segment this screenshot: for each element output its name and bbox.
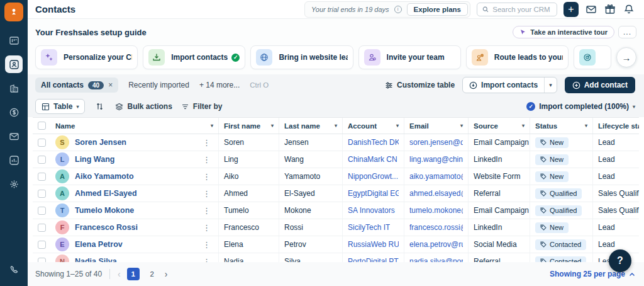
search-box[interactable]: [477, 3, 557, 16]
sidebar-item-contacts[interactable]: [5, 55, 23, 73]
sidebar-item-deals[interactable]: [5, 103, 23, 121]
account-link[interactable]: RussiaWeb RU: [348, 240, 399, 249]
sidebar-item-email[interactable]: [5, 127, 23, 145]
prev-page-icon[interactable]: ‹: [118, 270, 121, 278]
contact-name-link[interactable]: Francesco Rossi: [75, 223, 138, 232]
row-checkbox[interactable]: [38, 139, 46, 147]
tab-recently-imported[interactable]: Recently imported: [128, 81, 189, 89]
email-link[interactable]: tumelo.mokone@...: [409, 206, 463, 215]
select-all-checkbox[interactable]: [38, 122, 46, 130]
sidebar-item-dashboard[interactable]: [5, 31, 23, 49]
account-link[interactable]: NipponGrowt...: [348, 172, 398, 181]
info-icon[interactable]: i: [394, 6, 402, 13]
column-dropdown-icon[interactable]: ▾: [335, 123, 337, 129]
email-link[interactable]: ling.wang@china...: [409, 155, 463, 164]
column-dropdown-icon[interactable]: ▾: [522, 123, 525, 129]
row-menu-icon[interactable]: ⋮: [200, 138, 213, 147]
filter-by-button[interactable]: Filter by: [181, 102, 223, 111]
search-input[interactable]: [492, 6, 552, 13]
tab-more-views[interactable]: + 14 more...: [199, 81, 240, 89]
column-header-last-name[interactable]: Last name▾: [279, 118, 343, 134]
column-header-email[interactable]: Email▾: [404, 118, 469, 134]
add-contact-button[interactable]: Add contact: [565, 77, 635, 93]
row-menu-icon[interactable]: ⋮: [200, 189, 213, 198]
row-checkbox[interactable]: [38, 190, 46, 198]
row-checkbox[interactable]: [38, 258, 46, 263]
account-link[interactable]: SicilyTech IT: [348, 223, 390, 232]
setup-more-button[interactable]: ...: [618, 26, 636, 38]
row-checkbox[interactable]: [38, 173, 46, 181]
account-link[interactable]: PortoDigital PT: [348, 257, 399, 262]
sidebar-item-accounts[interactable]: [5, 79, 23, 97]
import-dropdown-caret[interactable]: ▾: [544, 77, 557, 93]
setup-card-route-leads[interactable]: Route leads to your team: [466, 45, 569, 69]
column-header-name[interactable]: Name▾: [50, 118, 219, 134]
email-link[interactable]: soren.jensen@dan...: [409, 138, 463, 147]
setup-card-import[interactable]: Import contacts ✓: [143, 45, 245, 69]
account-link[interactable]: DanishTech DK: [348, 138, 399, 147]
column-header-account[interactable]: Account▾: [343, 118, 404, 134]
help-button[interactable]: ?: [609, 249, 631, 272]
column-header-first-name[interactable]: First name▾: [219, 118, 279, 134]
import-contacts-button[interactable]: Import contacts: [463, 77, 544, 93]
setup-card-personalize[interactable]: Personalize your CRM: [35, 45, 138, 69]
gift-icon[interactable]: [604, 3, 616, 16]
column-dropdown-icon[interactable]: ▾: [271, 123, 274, 129]
row-menu-icon[interactable]: ⋮: [200, 206, 213, 215]
row-checkbox[interactable]: [38, 156, 46, 164]
row-menu-icon[interactable]: ⋮: [200, 223, 213, 232]
email-link[interactable]: aiko.yamamoto@...: [409, 172, 463, 181]
contact-name-link[interactable]: Ahmed El-Sayed: [75, 189, 137, 198]
row-menu-icon[interactable]: ⋮: [200, 172, 213, 181]
email-link[interactable]: ahmed.elsayed@e...: [409, 189, 463, 198]
quick-add-button[interactable]: +: [564, 2, 579, 17]
page-button-2[interactable]: 2: [146, 268, 158, 280]
sidebar-item-analytics[interactable]: [5, 151, 23, 169]
bell-icon[interactable]: [623, 3, 635, 16]
setup-next-arrow-button[interactable]: →: [616, 47, 636, 67]
page-button-1[interactable]: 1: [127, 268, 140, 280]
interactive-tour-button[interactable]: Take an interactive tour: [513, 26, 614, 38]
contact-name-link[interactable]: Aiko Yamamoto: [75, 172, 134, 181]
row-checkbox[interactable]: [38, 207, 46, 215]
sort-icon[interactable]: [94, 100, 106, 113]
email-icon[interactable]: [585, 3, 597, 16]
tab-all-contacts[interactable]: All contacts 40 ×: [35, 77, 118, 93]
column-header-source[interactable]: Source▾: [469, 118, 530, 134]
next-page-icon[interactable]: ›: [165, 270, 168, 278]
setup-card-invite-team[interactable]: Invite your team: [358, 45, 461, 69]
account-link[interactable]: SA Innovators: [348, 206, 395, 215]
contact-name-link[interactable]: Ling Wang: [75, 155, 114, 164]
column-dropdown-icon[interactable]: ▾: [460, 123, 463, 129]
sidebar-item-settings[interactable]: [5, 175, 23, 193]
customize-table-button[interactable]: Customize table: [385, 81, 455, 89]
row-checkbox[interactable]: [38, 241, 46, 249]
close-tab-icon[interactable]: ×: [108, 81, 113, 89]
sidebar-item-phone[interactable]: [5, 261, 23, 278]
email-link[interactable]: francesco.rossi@si...: [409, 223, 463, 232]
column-dropdown-icon[interactable]: ▾: [585, 123, 587, 129]
email-link[interactable]: elena.petrov@russ...: [409, 240, 463, 249]
setup-card-website-leads[interactable]: Bring in website leads: [250, 45, 353, 69]
column-header-status[interactable]: Status▾: [530, 118, 593, 134]
bulk-actions-button[interactable]: Bulk actions: [115, 102, 172, 111]
account-link[interactable]: EgyptDigital EG: [348, 189, 399, 198]
column-dropdown-icon[interactable]: ▾: [396, 123, 399, 129]
account-link[interactable]: ChinaMark CN: [348, 155, 397, 164]
column-dropdown-icon[interactable]: ▾: [211, 123, 213, 129]
contact-name-link[interactable]: Elena Petrov: [75, 240, 123, 249]
explore-plans-button[interactable]: Explore plans: [407, 3, 468, 16]
freshsales-logo-icon[interactable]: [4, 3, 23, 21]
row-checkbox[interactable]: [38, 224, 46, 232]
row-menu-icon[interactable]: ⋮: [200, 240, 213, 249]
setup-card-target[interactable]: [574, 45, 611, 69]
view-selector-button[interactable]: Table ▾: [35, 99, 85, 114]
contact-name-link[interactable]: Tumelo Mokone: [75, 206, 134, 215]
contact-name-link[interactable]: Nadia Silva: [75, 257, 117, 262]
email-link[interactable]: nadia.silva@port...: [409, 257, 463, 262]
contact-name-link[interactable]: Soren Jensen: [75, 138, 126, 147]
import-status[interactable]: ✓ Import completed (100%) ▾: [526, 102, 635, 111]
row-menu-icon[interactable]: ⋮: [200, 257, 213, 263]
column-header-lifecycle-stage[interactable]: Lifecycle stage: [593, 118, 639, 134]
row-menu-icon[interactable]: ⋮: [200, 155, 213, 164]
